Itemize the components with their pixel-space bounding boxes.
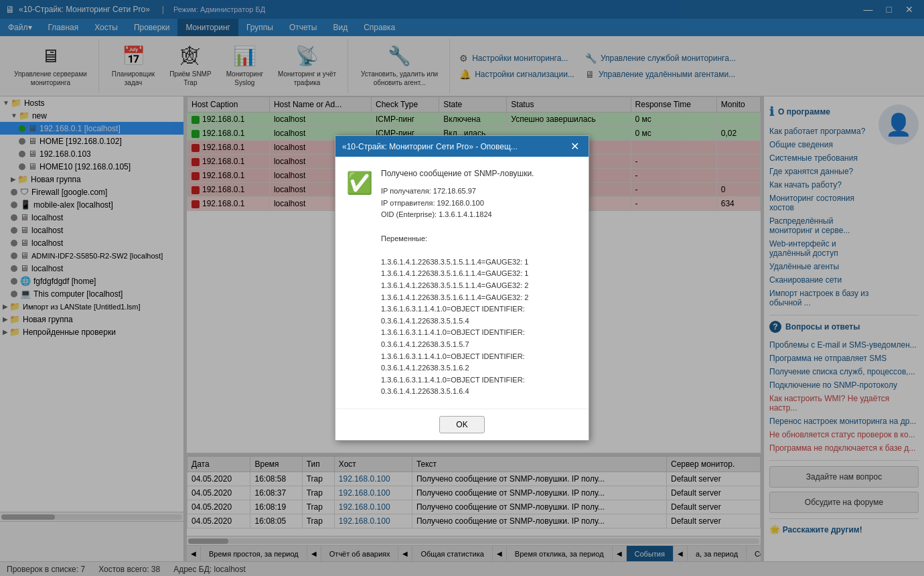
dialog-title: «10-Страйк: Мониторинг Сети Pro» - Опове… xyxy=(342,142,518,151)
dialog-body: ✅ Получено сообщение от SNMP-ловушки. IP… xyxy=(335,157,589,409)
dialog: «10-Страйк: Мониторинг Сети Pro» - Опове… xyxy=(335,135,589,441)
dialog-success-icon: ✅ xyxy=(346,170,373,398)
dialog-details: IP получателя: 172.18.65.97 IP отправите… xyxy=(381,186,578,398)
dialog-content: Получено сообщение от SNMP-ловушки. IP п… xyxy=(381,167,578,398)
dialog-title-bar: «10-Страйк: Мониторинг Сети Pro» - Опове… xyxy=(335,136,589,157)
dialog-overlay[interactable]: «10-Страйк: Мониторинг Сети Pro» - Опове… xyxy=(0,0,924,576)
dialog-close-button[interactable]: ✕ xyxy=(568,140,582,153)
dialog-header-line: Получено сообщение от SNMP-ловушки. xyxy=(381,167,578,180)
dialog-footer: OK xyxy=(335,409,589,440)
dialog-ok-button[interactable]: OK xyxy=(439,416,484,433)
